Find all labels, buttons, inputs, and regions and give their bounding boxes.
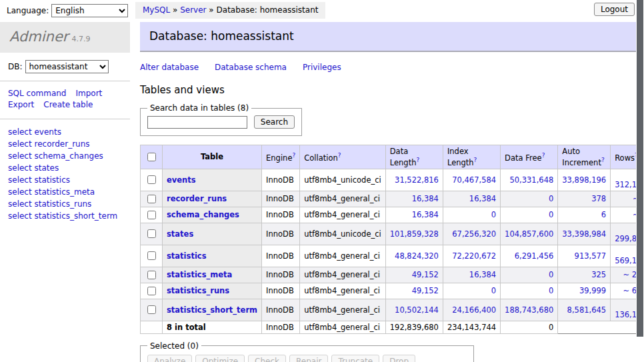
help-icon[interactable]: ? (474, 157, 477, 163)
auto-increment-link[interactable]: 6 (601, 210, 606, 219)
data-free-link[interactable]: 188,743,680 (505, 305, 553, 315)
table-link-statistics-meta[interactable]: statistics_meta (34, 187, 95, 197)
db-selector-row: DB:homeassistant (0, 53, 130, 81)
table-name-link[interactable]: recorder_runs (167, 194, 227, 203)
table-link-statistics-short-term[interactable]: statistics_short_term (34, 211, 117, 221)
auto-increment-link[interactable]: 913,577 (575, 251, 607, 261)
analyze-button[interactable]: Analyze (147, 355, 192, 362)
row-checkbox[interactable] (147, 229, 156, 238)
auto-increment-link[interactable]: 378 (591, 194, 606, 203)
data-length-link[interactable]: 49,152 (412, 286, 439, 295)
table-link-statistics-runs[interactable]: statistics_runs (34, 199, 91, 209)
table-name-link[interactable]: schema_changes (167, 210, 239, 219)
data-length-link[interactable]: 48,824,320 (395, 251, 439, 261)
select-link-statistics-runs[interactable]: select (8, 199, 32, 209)
select-link-states[interactable]: select (8, 163, 32, 173)
index-length-link[interactable]: 72,220,672 (452, 251, 496, 261)
search-input[interactable] (147, 116, 247, 129)
row-checkbox[interactable] (147, 175, 156, 184)
engine-cell: InnoDB (262, 245, 300, 267)
index-length-link[interactable]: 0 (491, 286, 496, 295)
data-length-cell: 16,384 (385, 191, 443, 207)
auto-increment-link[interactable]: 33,398,984 (562, 229, 606, 239)
data-free-link[interactable]: 0 (549, 286, 553, 295)
data-free-link[interactable]: 104,857,600 (505, 229, 553, 239)
table-name-link[interactable]: statistics_meta (167, 270, 232, 279)
auto-increment-link[interactable]: 33,898,196 (562, 175, 606, 185)
check-button[interactable]: Check (248, 355, 286, 362)
auto-increment-link[interactable]: 325 (591, 270, 606, 279)
engine-cell: InnoDB (262, 191, 300, 207)
row-checkbox[interactable] (147, 195, 156, 203)
truncate-button[interactable]: Truncate (331, 355, 379, 362)
search-button[interactable]: Search (254, 115, 295, 129)
table-link-recorder-runs[interactable]: recorder_runs (34, 139, 89, 149)
language-row: Language:English (0, 0, 130, 22)
auto-increment-link[interactable]: 8,581,645 (567, 305, 607, 315)
index-length-link[interactable]: 16,384 (469, 270, 496, 279)
repair-button[interactable]: Repair (289, 355, 328, 362)
sidebar-link-import[interactable]: Import (75, 89, 102, 98)
breadcrumb-link-server[interactable]: Server (180, 5, 206, 15)
optimize-button[interactable]: Optimize (195, 355, 245, 362)
row-checkbox[interactable] (147, 251, 156, 260)
auto-increment-link[interactable]: 39,999 (579, 286, 606, 295)
table-name-link[interactable]: states (167, 229, 193, 239)
data-free-link[interactable]: 50,331,648 (509, 175, 553, 185)
help-icon[interactable]: ? (601, 157, 605, 163)
select-link-statistics-short-term[interactable]: select (8, 211, 32, 221)
table-link-events[interactable]: events (34, 127, 61, 137)
sidebar-link-create-table[interactable]: Create table (43, 100, 93, 109)
breadcrumb-link-mysql[interactable]: MySQL (143, 5, 170, 15)
select-link-schema-changes[interactable]: select (8, 151, 32, 161)
data-length-link[interactable]: 10,502,144 (395, 305, 439, 315)
help-icon[interactable]: ? (338, 152, 341, 159)
index-length-link[interactable]: 16,384 (469, 194, 496, 203)
scrollbar-thumb[interactable] (637, 0, 643, 337)
help-icon[interactable]: ? (416, 157, 419, 163)
data-free-link[interactable]: 6,291,456 (515, 251, 554, 261)
help-icon[interactable]: ? (542, 152, 545, 159)
row-checkbox[interactable] (147, 305, 156, 314)
action-link-privileges[interactable]: Privileges (303, 63, 341, 72)
sidebar-link-export[interactable]: Export (8, 100, 34, 109)
action-link-database-schema[interactable]: Database schema (215, 63, 287, 72)
select-link-statistics[interactable]: select (8, 175, 32, 185)
row-checkbox[interactable] (147, 271, 156, 279)
select-link-recorder-runs[interactable]: select (8, 139, 32, 149)
table-name-link[interactable]: statistics_runs (167, 286, 229, 295)
table-link-schema-changes[interactable]: schema_changes (34, 151, 103, 161)
row-checkbox[interactable] (147, 287, 156, 295)
data-length-link[interactable]: 16,384 (412, 194, 439, 203)
help-icon[interactable]: ? (292, 152, 295, 159)
table-link-states[interactable]: states (34, 163, 59, 173)
select-link-statistics-meta[interactable]: select (8, 187, 32, 197)
row-checkbox[interactable] (147, 211, 156, 219)
sidebar-link-sql-command[interactable]: SQL command (8, 89, 66, 98)
data-length-link[interactable]: 16,384 (412, 210, 439, 219)
data-free-link[interactable]: 0 (549, 210, 553, 219)
table-name-link[interactable]: statistics_short_term (167, 305, 257, 315)
logout-button[interactable]: Logout (594, 3, 635, 16)
data-length-link[interactable]: 49,152 (412, 270, 439, 279)
index-length-link[interactable]: 0 (491, 210, 496, 219)
drop-button[interactable]: Drop (383, 355, 415, 362)
table-name-link[interactable]: statistics (167, 251, 207, 261)
index-length-link[interactable]: 67,256,320 (452, 229, 496, 239)
select-all-checkbox[interactable] (147, 153, 156, 161)
data-free-link[interactable]: 0 (549, 194, 553, 203)
engine-cell: InnoDB (262, 169, 300, 191)
data-free-link[interactable]: 0 (549, 270, 553, 279)
window-scrollbar[interactable] (636, 0, 644, 362)
select-link-events[interactable]: select (8, 127, 32, 137)
column-header-table: Table (163, 145, 262, 169)
action-link-alter-database[interactable]: Alter database (140, 63, 199, 72)
index-length-link[interactable]: 24,166,400 (452, 305, 496, 315)
language-select[interactable]: English (51, 4, 128, 17)
data-length-link[interactable]: 101,859,328 (390, 229, 439, 239)
index-length-link[interactable]: 70,467,584 (452, 175, 496, 185)
table-link-statistics[interactable]: statistics (34, 175, 70, 185)
data-length-link[interactable]: 31,522,816 (395, 175, 439, 185)
db-select[interactable]: homeassistant (25, 60, 109, 73)
table-name-link[interactable]: events (167, 175, 196, 185)
